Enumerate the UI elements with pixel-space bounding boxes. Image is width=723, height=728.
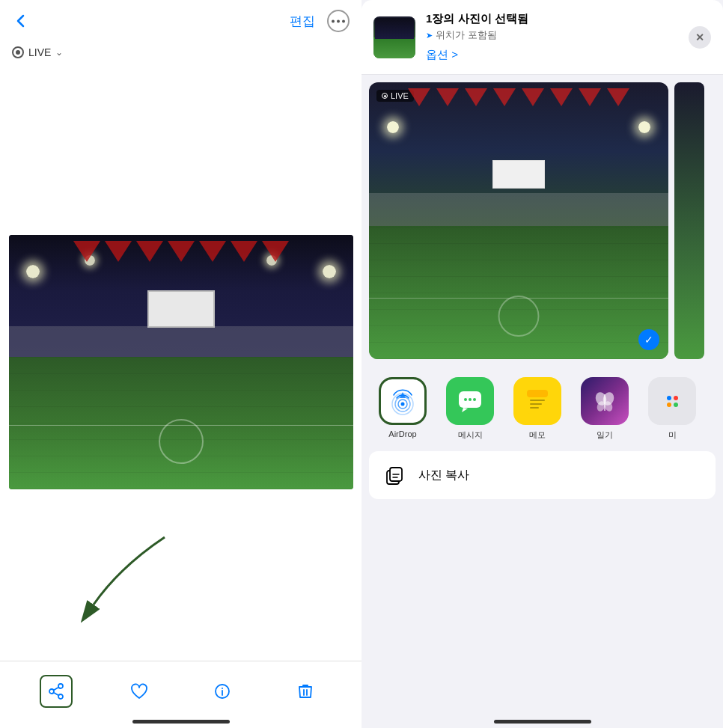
arrow-annotation <box>30 530 195 627</box>
diary-label: 일기 <box>597 429 613 441</box>
copy-photo-label: 사진 복사 <box>418 468 469 483</box>
svg-point-2 <box>342 19 345 22</box>
location-icon: ➤ <box>426 31 433 40</box>
airdrop-icon-box <box>379 377 427 425</box>
notes-icon-box <box>513 377 561 425</box>
svg-point-1 <box>337 19 340 22</box>
airdrop-app-item[interactable]: AirDrop <box>369 377 436 441</box>
share-button[interactable] <box>40 675 73 708</box>
options-button[interactable]: 옵션 > <box>426 48 678 62</box>
diary-app-item[interactable]: 일기 <box>571 377 638 441</box>
info-button[interactable] <box>206 675 239 708</box>
svg-point-10 <box>401 403 405 406</box>
share-title: 1장의 사진이 선택됨 <box>426 12 678 26</box>
strip-photo-next <box>674 82 704 359</box>
svg-point-12 <box>464 398 467 401</box>
svg-rect-17 <box>530 400 545 401</box>
edit-button[interactable]: 편집 <box>290 13 315 30</box>
svg-point-14 <box>473 398 476 401</box>
svg-point-6 <box>222 688 223 689</box>
stadium-photo <box>9 235 353 489</box>
svg-rect-19 <box>530 407 539 409</box>
app-icons-row: AirDrop 메시지 <box>362 367 723 451</box>
diary-icon-box <box>581 377 629 425</box>
share-subtitle: ➤ 위치가 포함됨 <box>426 28 678 42</box>
photo-strip: LIVE ✓ <box>362 75 723 367</box>
notes-app-item[interactable]: 메모 <box>504 377 571 441</box>
header-actions: 편집 <box>290 10 350 32</box>
live-label: LIVE <box>28 46 51 58</box>
right-panel: 1장의 사진이 선택됨 ➤ 위치가 포함됨 옵션 > ✕ <box>362 0 723 728</box>
copy-photo-item[interactable]: 사진 복사 <box>369 451 716 499</box>
messages-app-item[interactable]: 메시지 <box>436 377 504 441</box>
share-thumbnail <box>373 16 415 58</box>
share-info: 1장의 사진이 선택됨 ➤ 위치가 포함됨 옵션 > <box>426 12 678 62</box>
bottom-toolbar <box>0 661 362 728</box>
messages-label: 메시지 <box>458 429 483 441</box>
svg-point-13 <box>469 398 472 401</box>
more-dots-icon <box>667 396 678 407</box>
home-indicator <box>132 720 230 724</box>
airdrop-label: AirDrop <box>388 429 416 438</box>
action-list: 사진 복사 <box>369 451 716 499</box>
live-dot-icon <box>12 46 24 58</box>
copy-photo-icon <box>381 462 408 489</box>
more-apps-icon-box <box>648 377 696 425</box>
svg-rect-18 <box>530 403 542 405</box>
left-panel: 편집 LIVE ⌄ <box>0 0 362 728</box>
svg-point-0 <box>332 19 335 22</box>
back-button[interactable] <box>12 12 30 30</box>
live-badge[interactable]: LIVE ⌄ <box>0 42 362 63</box>
chevron-down-icon: ⌄ <box>55 47 63 58</box>
close-share-button[interactable]: ✕ <box>689 26 711 49</box>
heart-button[interactable] <box>123 675 156 708</box>
trash-button[interactable] <box>289 675 322 708</box>
photo-selected-check: ✓ <box>638 329 659 350</box>
photo-header: 편집 <box>0 0 362 42</box>
share-header: 1장의 사진이 선택됨 ➤ 위치가 포함됨 옵션 > ✕ <box>362 0 723 75</box>
more-apps-label: 미 <box>668 429 677 441</box>
strip-photo-main[interactable]: LIVE ✓ <box>369 82 668 359</box>
home-indicator-right <box>494 720 591 724</box>
notes-label: 메모 <box>529 429 546 441</box>
messages-icon-box <box>446 377 494 425</box>
more-apps-item[interactable]: 미 <box>638 377 706 441</box>
svg-rect-16 <box>527 390 548 397</box>
more-button[interactable] <box>327 10 350 32</box>
